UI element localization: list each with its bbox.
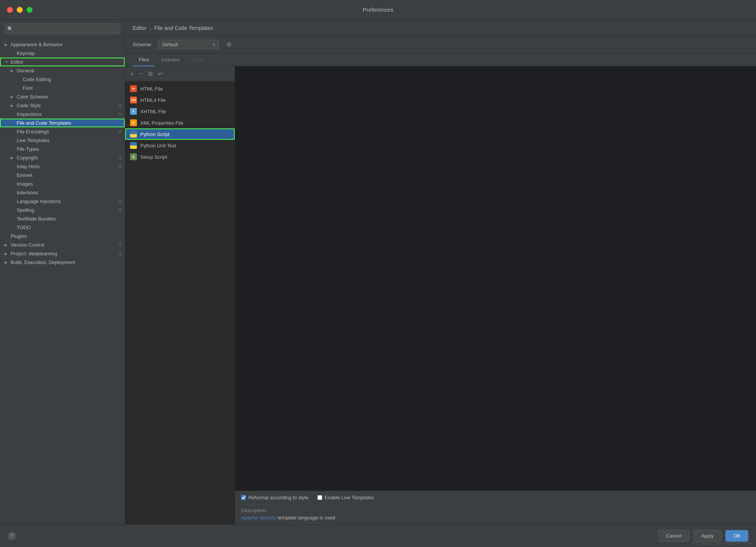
file-list: H HTML File H4 HTML4 File [125, 81, 235, 524]
sidebar-item-emmet[interactable]: Emmet [0, 171, 125, 180]
main-panel: Editor › File and Code Templates Scheme:… [125, 20, 756, 524]
sidebar-item-label: TODO [17, 225, 31, 230]
sidebar-item-label: Code Style [17, 103, 41, 108]
copy-icon: ⧉ [119, 242, 122, 247]
expand-spacer [11, 217, 17, 221]
add-button[interactable]: + [129, 70, 135, 78]
breadcrumb-bar: Editor › File and Code Templates [125, 20, 756, 36]
sidebar-item-intentions[interactable]: Intentions [0, 188, 125, 197]
copy-button[interactable]: ⧉ [147, 70, 154, 78]
description-text: Apache Velocity template language is use… [241, 515, 750, 520]
sidebar-item-label: Version Control [11, 242, 44, 248]
sidebar-item-textmate-bundles[interactable]: TextMate Bundles [0, 214, 125, 223]
sidebar-item-editor[interactable]: ▼ Editor [0, 58, 125, 66]
xhtml-file-icon: X [130, 108, 137, 115]
minimize-button[interactable] [17, 7, 23, 13]
file-item-html[interactable]: H HTML File [125, 83, 235, 94]
description-plain: template language is used [276, 515, 335, 520]
search-wrapper: 🔍 [5, 23, 120, 34]
sidebar-item-code-style[interactable]: ▶ Code Style ⧉ [0, 101, 125, 110]
expand-spacer [5, 234, 11, 238]
expand-spacer [11, 191, 17, 195]
description-label: Description: [241, 508, 750, 513]
apply-button[interactable]: Apply [693, 530, 722, 542]
sidebar-item-appearance-behavior[interactable]: ▶ Appearance & Behavior [0, 40, 125, 49]
sidebar-item-live-templates[interactable]: Live Templates [0, 136, 125, 145]
sidebar-item-font[interactable]: Font [0, 84, 125, 92]
sidebar-item-label: Editor [11, 59, 24, 65]
sidebar-item-language-injections[interactable]: Language Injections ⧉ [0, 197, 125, 206]
window-title: Preferences [363, 6, 394, 13]
sidebar-item-label: Font [23, 85, 33, 91]
sidebar-item-spelling[interactable]: Spelling ⧉ [0, 206, 125, 214]
sidebar-item-label: TextMate Bundles [17, 216, 56, 222]
reset-button[interactable]: ↩ [156, 69, 164, 78]
html-file-icon: H [130, 85, 137, 92]
expand-spacer [11, 208, 17, 212]
sidebar-item-label: Language Injections [17, 198, 61, 204]
scheme-select[interactable]: Default [158, 40, 219, 49]
tab-files[interactable]: Files [133, 53, 155, 66]
setup-script-icon: S [130, 153, 137, 161]
sidebar-item-file-types[interactable]: File Types [0, 145, 125, 153]
editor-footer: Reformat according to style Enable Live … [235, 491, 756, 524]
file-item-python-unit-test[interactable]: Python Unit Test [125, 140, 235, 151]
sidebar-item-label: Intentions [17, 190, 38, 195]
sidebar-item-inspections[interactable]: Inspections ⧉ [0, 110, 125, 119]
file-item-setup-script[interactable]: S Setup Script [125, 151, 235, 163]
tab-includes[interactable]: Includes [155, 53, 185, 66]
sidebar-item-inlay-hints[interactable]: Inlay Hints ⧉ [0, 162, 125, 171]
xml-file-icon: X [130, 119, 137, 127]
sidebar-item-build-execution[interactable]: ▶ Build, Execution, Deployment [0, 258, 125, 267]
sidebar-item-color-scheme[interactable]: ▶ Color Scheme [0, 92, 125, 101]
sidebar-item-general[interactable]: ▶ General [0, 66, 125, 75]
editor-options: Reformat according to style Enable Live … [241, 495, 750, 500]
file-item-python-script[interactable]: Python Script [125, 128, 235, 140]
sidebar-item-file-and-code-templates[interactable]: File and Code Templates [0, 119, 125, 127]
live-templates-checkbox-label[interactable]: Enable Live Templates [317, 495, 374, 500]
remove-button[interactable]: − [138, 70, 144, 78]
breadcrumb-parent: Editor [133, 25, 147, 31]
sidebar-item-code-editing[interactable]: Code Editing [0, 75, 125, 84]
search-icon: 🔍 [7, 26, 13, 31]
copy-icon: ⧉ [119, 112, 122, 117]
help-icon[interactable]: ? [8, 532, 16, 540]
reformat-checkbox-label[interactable]: Reformat according to style [241, 495, 308, 500]
sidebar-item-copyright[interactable]: ▶ Copyright ⧉ [0, 153, 125, 162]
scheme-label: Scheme: [133, 42, 152, 47]
editor-content[interactable] [235, 66, 756, 491]
file-item-xhtml[interactable]: X XHTML File [125, 106, 235, 117]
sidebar-item-images[interactable]: Images [0, 180, 125, 188]
sidebar: 🔍 ▶ Appearance & Behavior Keymap [0, 20, 125, 524]
expand-arrow: ▶ [11, 69, 17, 73]
sidebar-item-version-control[interactable]: ▶ Version Control ⧉ [0, 241, 125, 249]
ok-button[interactable]: OK [725, 530, 748, 542]
sidebar-item-label: Keymap [17, 50, 35, 56]
sidebar-item-plugins[interactable]: Plugins [0, 232, 125, 241]
tab-code[interactable]: Code [186, 53, 210, 66]
close-button[interactable] [7, 7, 13, 13]
sidebar-item-keymap[interactable]: Keymap [0, 49, 125, 58]
maximize-button[interactable] [27, 7, 33, 13]
sidebar-item-file-encodings[interactable]: File Encodings ⧉ [0, 127, 125, 136]
file-item-xml[interactable]: X XML Properties File [125, 117, 235, 128]
sidebar-item-project-deeplearning[interactable]: ▶ Project: deeplearning ⧉ [0, 249, 125, 258]
sidebar-item-todo[interactable]: TODO [0, 223, 125, 232]
cancel-button[interactable]: Cancel [658, 530, 689, 542]
gear-button[interactable]: ⚙ [225, 40, 233, 49]
file-list-toolbar: + − ⧉ ↩ [125, 66, 235, 81]
copy-icon: ⧉ [119, 103, 122, 108]
live-templates-checkbox[interactable] [317, 495, 322, 500]
reformat-checkbox[interactable] [241, 495, 246, 500]
velocity-link[interactable]: Apache Velocity [241, 515, 276, 520]
sidebar-item-label: File and Code Templates [17, 120, 71, 126]
description-area: Description: Apache Velocity template la… [241, 504, 750, 520]
file-item-label: Python Unit Test [140, 143, 176, 148]
file-item-html4[interactable]: H4 HTML4 File [125, 94, 235, 106]
breadcrumb-separator: › [150, 25, 151, 31]
search-input[interactable] [5, 23, 120, 34]
traffic-lights [7, 7, 33, 13]
expand-spacer [11, 199, 17, 203]
copy-icon: ⧉ [119, 155, 122, 160]
content-area: 🔍 ▶ Appearance & Behavior Keymap [0, 20, 756, 524]
